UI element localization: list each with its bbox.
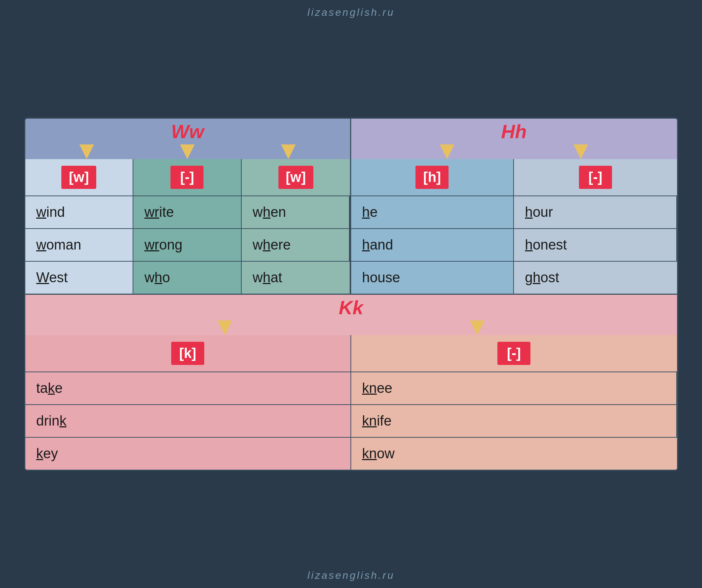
table-row: take xyxy=(25,372,351,404)
svg-marker-6 xyxy=(470,320,485,335)
table-row: write xyxy=(133,196,242,228)
table-row: hand xyxy=(351,228,514,261)
kk-section: Kk [k] [-] take xyxy=(25,295,677,470)
table-row: wind xyxy=(25,196,134,228)
svg-marker-1 xyxy=(180,144,195,159)
word-take: take xyxy=(36,380,63,396)
table-row: wrong xyxy=(133,228,242,261)
table-row: house xyxy=(351,261,514,294)
table-row: honest xyxy=(514,228,677,261)
word-wind: wind xyxy=(36,204,65,220)
word-key: key xyxy=(36,446,58,461)
svg-marker-2 xyxy=(281,144,296,159)
table-row: key xyxy=(25,437,351,470)
word-house: house xyxy=(362,270,400,285)
table-row: knife xyxy=(351,404,677,437)
table-row: what xyxy=(242,261,350,294)
hh-arrows xyxy=(351,141,677,159)
svg-marker-5 xyxy=(217,320,232,335)
svg-marker-4 xyxy=(573,144,588,159)
ww-badge-2: [-] xyxy=(170,166,204,189)
word-west: West xyxy=(36,270,68,285)
hh-phonetic-row: [h] [-] xyxy=(351,159,677,196)
top-section: Ww xyxy=(25,119,677,295)
table-row: hour xyxy=(514,196,677,228)
word-what: what xyxy=(253,270,282,285)
table-row: he xyxy=(351,196,514,228)
kk-header: Kk xyxy=(25,295,677,335)
hh-badge-2: [-] xyxy=(579,166,612,189)
ww-phonetic-1: [w] xyxy=(25,159,134,196)
main-table: Ww xyxy=(24,118,678,471)
word-knee: knee xyxy=(362,380,392,396)
word-drink: drink xyxy=(36,413,66,429)
kk-phonetic-row: [k] [-] xyxy=(25,335,677,372)
ww-section: Ww xyxy=(25,119,351,294)
kk-badge-1: [k] xyxy=(171,342,204,365)
arrow-ww-1 xyxy=(79,141,94,159)
ww-word-rows: wind write when woman wrong where xyxy=(25,196,350,294)
word-wrong: wrong xyxy=(144,237,183,252)
watermark-top: lizasenglish.ru xyxy=(307,7,395,18)
hh-phonetic-1: [h] xyxy=(351,159,514,196)
hh-header: Hh xyxy=(351,119,677,159)
hh-section: Hh [h] [-] xyxy=(351,119,677,294)
table-row: West xyxy=(25,261,134,294)
kk-phonetic-1: [k] xyxy=(25,335,351,372)
kk-phonetic-2: [-] xyxy=(351,335,677,372)
ww-arrows xyxy=(25,141,350,159)
word-where: where xyxy=(253,237,291,252)
ww-phonetic-3: [w] xyxy=(242,159,350,196)
arrow-kk-2 xyxy=(470,317,485,335)
svg-marker-3 xyxy=(440,144,454,159)
ww-title: Ww xyxy=(171,121,204,143)
arrow-ww-3 xyxy=(281,141,296,159)
arrow-kk-1 xyxy=(217,317,232,335)
table-row: ghost xyxy=(514,261,677,294)
watermark-bottom: lizasenglish.ru xyxy=(307,570,395,581)
arrow-hh-1 xyxy=(440,141,454,159)
ww-phonetic-row: [w] [-] [w] xyxy=(25,159,350,196)
kk-word-rows: take knee drink knife key know xyxy=(25,372,677,470)
hh-badge-1: [h] xyxy=(415,166,449,189)
word-ghost: ghost xyxy=(525,270,559,285)
ww-header: Ww xyxy=(25,119,350,159)
hh-word-rows: he hour hand honest house ghost xyxy=(351,196,677,294)
word-know: know xyxy=(362,446,395,461)
table-row: where xyxy=(242,228,350,261)
word-knife: knife xyxy=(362,413,392,429)
word-hour: hour xyxy=(525,204,553,220)
ww-badge-1: [w] xyxy=(61,166,96,189)
svg-marker-0 xyxy=(79,144,94,159)
ww-phonetic-2: [-] xyxy=(133,159,242,196)
hh-phonetic-2: [-] xyxy=(514,159,677,196)
word-hand: hand xyxy=(362,237,393,252)
word-who: who xyxy=(144,270,170,285)
word-woman: woman xyxy=(36,237,82,252)
table-row: drink xyxy=(25,404,351,437)
table-row: know xyxy=(351,437,677,470)
word-he: he xyxy=(362,204,378,220)
word-honest: honest xyxy=(525,237,567,252)
arrow-hh-2 xyxy=(573,141,588,159)
hh-title: Hh xyxy=(501,121,526,143)
table-row: when xyxy=(242,196,350,228)
ww-badge-3: [w] xyxy=(278,166,313,189)
table-row: who xyxy=(133,261,242,294)
arrow-ww-2 xyxy=(180,141,195,159)
word-write: write xyxy=(144,204,174,220)
kk-title: Kk xyxy=(339,297,363,319)
table-row: woman xyxy=(25,228,134,261)
kk-arrows xyxy=(25,317,677,335)
kk-badge-2: [-] xyxy=(497,342,530,365)
word-when: when xyxy=(253,204,286,220)
table-row: knee xyxy=(351,372,677,404)
